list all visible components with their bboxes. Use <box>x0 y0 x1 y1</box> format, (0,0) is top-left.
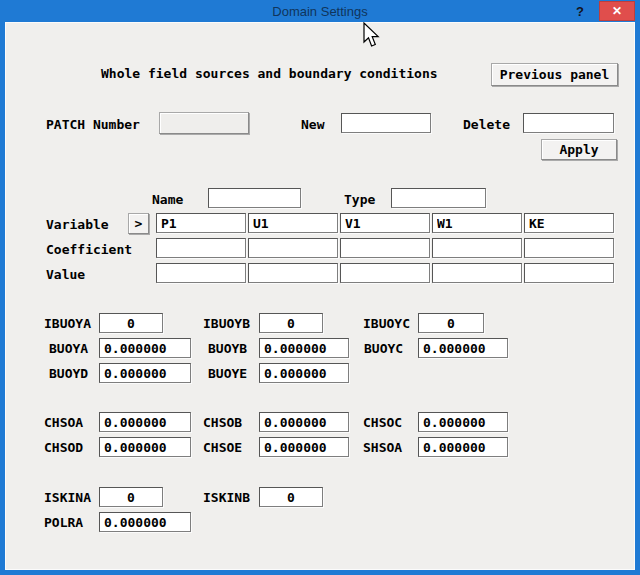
buoye-label: BUOYE <box>208 366 247 381</box>
patch-delete-label: Delete <box>463 117 510 132</box>
buoya-label: BUOYA <box>49 341 88 356</box>
close-button[interactable]: ✕ <box>599 1 635 21</box>
name-label: Name <box>152 192 183 207</box>
value-field-5[interactable] <box>524 263 614 283</box>
coefficient-field-1[interactable] <box>156 238 246 258</box>
chsob-input[interactable] <box>259 412 349 432</box>
chsoe-input[interactable] <box>259 437 349 457</box>
coefficient-label: Coefficient <box>46 242 132 257</box>
type-input[interactable] <box>391 188 486 208</box>
polra-label: POLRA <box>44 515 83 530</box>
help-button[interactable]: ? <box>570 2 590 20</box>
variable-field-5[interactable] <box>524 213 614 233</box>
variable-expand-button[interactable]: > <box>128 213 149 234</box>
buoyb-label: BUOYB <box>208 341 247 356</box>
ibuoyb-input[interactable] <box>259 313 323 333</box>
buoyc-input[interactable] <box>418 338 508 358</box>
close-icon: ✕ <box>612 4 622 18</box>
coefficient-field-2[interactable] <box>248 238 338 258</box>
ibuoyc-input[interactable] <box>418 313 484 333</box>
buoya-input[interactable] <box>99 338 191 358</box>
chsoc-label: CHSOC <box>363 415 402 430</box>
variable-field-2[interactable] <box>248 213 338 233</box>
name-input[interactable] <box>208 188 301 208</box>
apply-button[interactable]: Apply <box>541 139 617 160</box>
ibuoya-input[interactable] <box>99 313 163 333</box>
iskinb-input[interactable] <box>259 487 323 507</box>
value-field-3[interactable] <box>340 263 430 283</box>
value-field-2[interactable] <box>248 263 338 283</box>
coefficient-field-4[interactable] <box>432 238 522 258</box>
chsoc-input[interactable] <box>418 412 508 432</box>
iskinb-label: ISKINB <box>203 490 250 505</box>
chsob-label: CHSOB <box>203 415 242 430</box>
buoyc-label: BUOYC <box>364 341 403 356</box>
ibuoyc-label: IBUOYC <box>363 316 410 331</box>
domain-settings-window: Domain Settings ? ✕ Whole field sources … <box>0 0 640 575</box>
value-field-1[interactable] <box>156 263 246 283</box>
iskina-input[interactable] <box>99 487 163 507</box>
chsoa-input[interactable] <box>99 412 191 432</box>
polra-input[interactable] <box>99 512 191 532</box>
ibuoya-label: IBUOYA <box>44 316 91 331</box>
patch-number-label: PATCH Number <box>46 117 140 132</box>
chsoe-label: CHSOE <box>203 440 242 455</box>
buoyb-input[interactable] <box>259 338 349 358</box>
patch-delete-input[interactable] <box>523 113 614 133</box>
dialog-content: Whole field sources and boundary conditi… <box>5 22 635 570</box>
title-bar[interactable]: Domain Settings <box>0 0 640 22</box>
window-title: Domain Settings <box>272 4 367 19</box>
variable-field-3[interactable] <box>340 213 430 233</box>
iskina-label: ISKINA <box>44 490 91 505</box>
shsoa-label: SHSOA <box>363 440 402 455</box>
coefficient-field-5[interactable] <box>524 238 614 258</box>
value-label: Value <box>46 267 85 282</box>
buoye-input[interactable] <box>259 363 349 383</box>
buoyd-input[interactable] <box>99 363 191 383</box>
patch-number-selector[interactable] <box>159 112 249 134</box>
patch-new-input[interactable] <box>341 113 431 133</box>
chsod-input[interactable] <box>99 437 191 457</box>
variable-field-1[interactable] <box>156 213 246 233</box>
chsod-label: CHSOD <box>44 440 83 455</box>
shsoa-input[interactable] <box>418 437 508 457</box>
type-label: Type <box>344 192 375 207</box>
value-field-4[interactable] <box>432 263 522 283</box>
coefficient-field-3[interactable] <box>340 238 430 258</box>
buoyd-label: BUOYD <box>49 366 88 381</box>
previous-panel-button[interactable]: Previous panel <box>491 63 618 86</box>
variable-label: Variable <box>46 217 109 232</box>
panel-heading: Whole field sources and boundary conditi… <box>101 66 438 81</box>
ibuoyb-label: IBUOYB <box>203 316 250 331</box>
variable-field-4[interactable] <box>432 213 522 233</box>
chsoa-label: CHSOA <box>44 415 83 430</box>
patch-new-label: New <box>301 117 324 132</box>
